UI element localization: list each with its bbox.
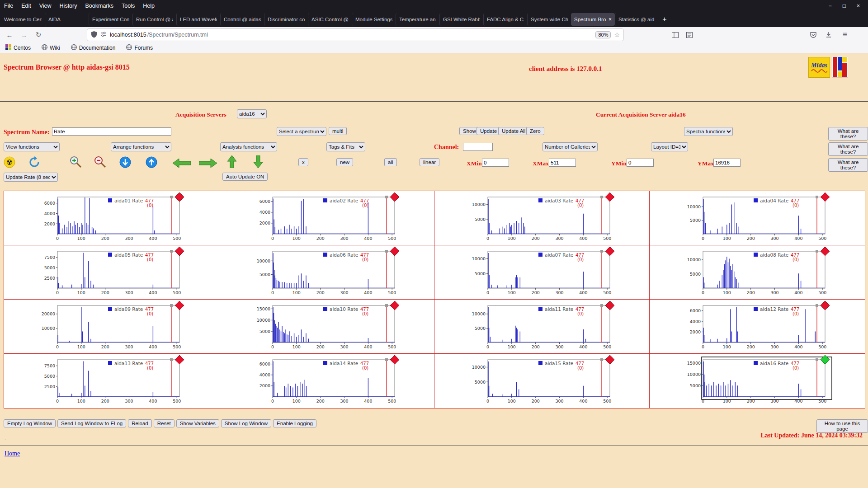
cursor-handle[interactable] <box>170 196 173 198</box>
new-button[interactable]: new <box>336 158 353 166</box>
browser-tab[interactable]: AIDA <box>45 13 89 26</box>
tags-fits-dropdown[interactable]: Tags & Fits <box>326 142 365 151</box>
zero-button[interactable]: Zero <box>526 127 544 135</box>
reload-icon[interactable]: ↻ <box>33 30 44 40</box>
update-button[interactable]: Update <box>476 127 500 135</box>
enable-logging-button[interactable]: Enable Logging <box>273 419 316 427</box>
spectrum-panel-aida15[interactable]: 5000100000100200300400500aida15 Rate477(… <box>434 354 650 408</box>
ymax-input[interactable] <box>713 159 741 167</box>
right-arrow-icon[interactable] <box>199 158 217 170</box>
cursor-handle[interactable] <box>816 304 818 307</box>
reload-button[interactable]: Reload <box>128 419 151 427</box>
scroll-down-icon[interactable] <box>119 156 131 170</box>
up-arrow-icon[interactable] <box>227 155 237 170</box>
xmin-input[interactable] <box>482 159 509 167</box>
maximize-icon[interactable]: □ <box>843 3 846 9</box>
zoom-level-badge[interactable]: 80% <box>595 31 611 38</box>
down-arrow-icon[interactable] <box>253 155 263 170</box>
what-are-these-button-3[interactable]: What are these? <box>828 158 868 172</box>
spectrum-panel-aida01[interactable]: 2000400060000100200300400500aida01 Rate4… <box>4 191 219 245</box>
spectrum-panel-aida02[interactable]: 2000400060000100200300400500aida02 Rate4… <box>219 191 434 245</box>
zoom-in-icon[interactable] <box>69 155 82 170</box>
radiation-icon[interactable]: ☢ <box>4 156 15 170</box>
multi-button[interactable]: multi <box>329 127 347 135</box>
spectrum-panel-aida05[interactable]: 2500500075000100200300400500aida05 Rate4… <box>4 245 219 300</box>
what-are-these-button-2[interactable]: What are these? <box>828 142 868 156</box>
all-button[interactable]: all <box>384 158 397 166</box>
cursor-handle[interactable] <box>385 358 388 361</box>
browser-tab[interactable]: Welcome to Cent <box>1 13 45 26</box>
spectrum-panel-aida14[interactable]: 2000400060000100200300400500aida14 Rate4… <box>219 354 434 408</box>
spectrum-name-input[interactable] <box>52 127 171 136</box>
show-log-window-button[interactable]: Show Log Window <box>221 419 271 427</box>
reset-button[interactable]: Reset <box>154 419 175 427</box>
browser-tab[interactable]: Statistics @ aid <box>615 13 659 26</box>
how-to-use-button[interactable]: How to use this page <box>816 419 868 433</box>
browser-tab[interactable]: FADC Align & C <box>483 13 527 26</box>
channel-input[interactable] <box>463 143 493 151</box>
pocket-icon[interactable] <box>807 30 819 40</box>
bookmark-centos[interactable]: Centos <box>5 44 31 52</box>
analysis-functions-dropdown[interactable]: Analysis functions <box>220 142 277 151</box>
menu-file[interactable]: File <box>0 3 17 9</box>
bookmark-forums[interactable]: Forums <box>126 44 153 52</box>
left-arrow-icon[interactable] <box>173 158 191 170</box>
home-link[interactable]: Home <box>5 450 20 457</box>
what-are-these-button-1[interactable]: What are these? <box>828 127 868 141</box>
cursor-handle[interactable] <box>816 250 818 253</box>
spectrum-panel-aida16[interactable]: 500010000150000100200300400500aida16 Rat… <box>650 354 865 408</box>
bookmark-documentation[interactable]: Documentation <box>71 44 116 52</box>
empty-log-window-button[interactable]: Empty Log Window <box>4 419 56 427</box>
update-all-button[interactable]: Update All <box>498 127 529 135</box>
menu-tools[interactable]: Tools <box>118 3 139 9</box>
new-tab-button[interactable]: + <box>659 14 670 25</box>
cursor-handle[interactable] <box>600 304 603 307</box>
xmax-input[interactable] <box>549 159 576 167</box>
bookmark-wiki[interactable]: Wiki <box>42 44 60 52</box>
permissions-icon[interactable] <box>100 31 107 39</box>
cursor-handle[interactable] <box>600 196 603 198</box>
bookmark-star-icon[interactable]: ☆ <box>614 31 620 38</box>
browser-tab[interactable]: ASIC Control @ <box>308 13 352 26</box>
close-icon[interactable]: × <box>857 3 860 9</box>
menu-edit[interactable]: Edit <box>17 3 35 9</box>
spectrum-panel-aida09[interactable]: 10000200000100200300400500aida09 Rate477… <box>4 300 219 354</box>
spectrum-panel-aida04[interactable]: 5000100000100200300400500aida04 Rate477(… <box>650 191 865 245</box>
show-variables-button[interactable]: Show Variables <box>176 419 219 427</box>
browser-tab[interactable]: Control @ aidas <box>220 13 264 26</box>
shield-icon[interactable] <box>91 31 97 39</box>
spectrum-panel-aida11[interactable]: 5000100000100200300400500aida11 Rate477(… <box>434 300 650 354</box>
cursor-handle[interactable] <box>816 358 818 361</box>
zoom-out-icon[interactable] <box>93 155 107 170</box>
browser-tab[interactable]: Discriminator co <box>264 13 308 26</box>
refresh-icon[interactable] <box>28 156 41 170</box>
cursor-handle[interactable] <box>600 250 603 253</box>
update-rate-dropdown[interactable]: Update Rate (8 secs) <box>4 173 58 182</box>
cursor-handle[interactable] <box>600 358 603 361</box>
spectrum-panel-aida13[interactable]: 2500500075000100200300400500aida13 Rate4… <box>4 354 219 408</box>
cursor-handle[interactable] <box>170 304 173 307</box>
spectrum-panel-aida12[interactable]: 2000400060000100200300400500aida12 Rate4… <box>650 300 865 354</box>
library-icon[interactable] <box>684 30 695 40</box>
ymin-input[interactable] <box>627 159 654 167</box>
scroll-up-icon[interactable] <box>146 156 157 170</box>
menu-history[interactable]: History <box>56 3 81 9</box>
menu-help[interactable]: Help <box>139 3 159 9</box>
browser-tab[interactable]: Temperature an <box>396 13 439 26</box>
browser-tab[interactable]: Experiment Cont <box>89 13 132 26</box>
menu-view[interactable]: View <box>35 3 56 9</box>
spectra-functions-dropdown[interactable]: Spectra functions <box>684 127 733 136</box>
browser-tab[interactable]: Run Control @ a <box>132 13 176 26</box>
menu-bookmarks[interactable]: Bookmarks <box>81 3 118 9</box>
send-log-window-to-elog-button[interactable]: Send Log Window to ELog <box>57 419 126 427</box>
browser-tab[interactable]: Spectrum Bro× <box>571 13 615 26</box>
cursor-handle[interactable] <box>816 196 818 198</box>
x-button[interactable]: x <box>298 158 308 166</box>
menu-hamburger-icon[interactable]: ≡ <box>839 30 851 40</box>
download-icon[interactable] <box>823 30 835 40</box>
sidebar-icon[interactable] <box>669 30 681 40</box>
minimize-icon[interactable]: − <box>829 3 832 9</box>
arrange-functions-dropdown[interactable]: Arrange functions <box>111 142 171 151</box>
spectrum-panel-aida10[interactable]: 500010000150000100200300400500aida10 Rat… <box>219 300 434 354</box>
acquisition-server-select[interactable]: aida16 <box>237 109 267 118</box>
